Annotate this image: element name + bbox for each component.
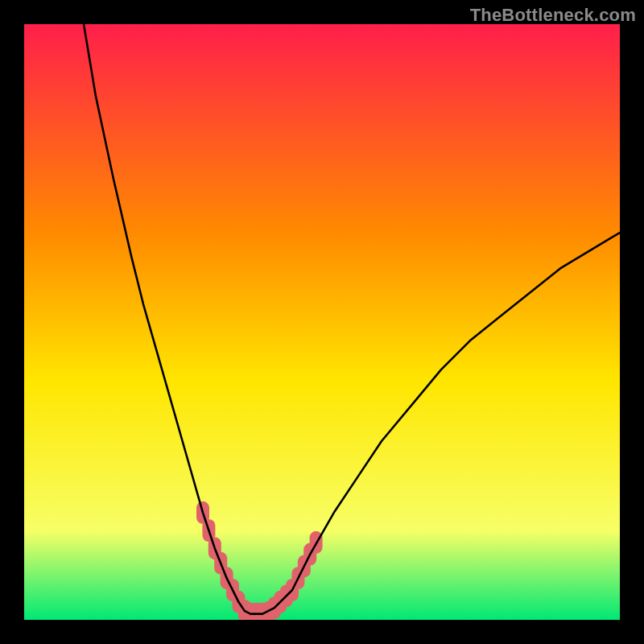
gradient-background (24, 24, 620, 620)
watermark-text: TheBottleneck.com (470, 5, 636, 26)
plot-area (24, 24, 620, 620)
chart-stage: TheBottleneck.com (0, 0, 644, 644)
plot-svg (24, 24, 620, 620)
